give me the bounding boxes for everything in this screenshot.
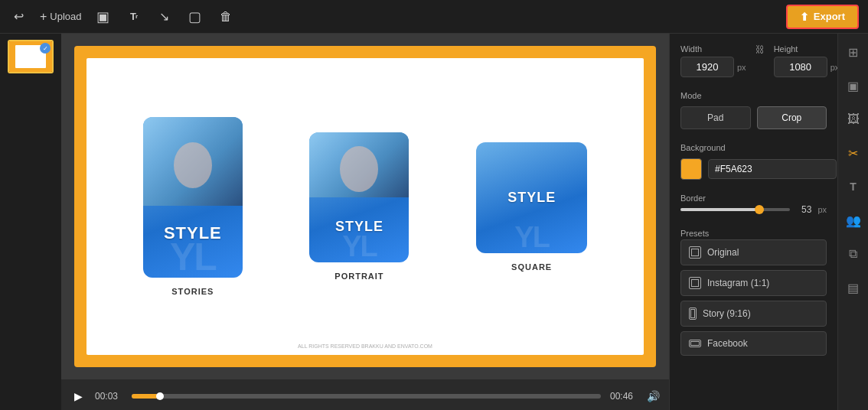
portrait-label: PORTRAIT [334,272,383,281]
mode-label: Mode [680,91,702,100]
upload-label: Upload [50,11,81,22]
preset-original-button[interactable]: Original [680,239,827,265]
square-bg-text: YL [476,223,587,252]
preset-instagram-button[interactable]: Instagram (1:1) [680,270,827,296]
undo-icon[interactable]: ↩ [9,8,28,26]
preset-story-button[interactable]: Story (9:16) [680,301,827,327]
preset-facebook-icon [689,340,701,347]
progress-thumb[interactable] [156,392,164,400]
border-slider-track[interactable] [680,208,790,211]
toolbar: ↩ + Upload ▣ Tr ↘ ▢ 🗑 ⬆ Export [0,0,868,34]
thumbnail-item[interactable]: ✓ [8,40,54,73]
layers-icon[interactable]: ▤ [843,277,864,298]
face-oval-portrait [340,146,378,192]
export-icon: ⬆ [800,11,809,23]
portrait-card-wrap: STYLE YL PORTRAIT [309,132,409,281]
arrow-icon[interactable]: ↘ [155,8,174,26]
preset-facebook-label: Facebook [707,338,748,349]
bg-label: Background [680,143,726,152]
square-card[interactable]: STYLE YL [476,142,587,253]
text-icon[interactable]: Tr [125,8,143,26]
border-unit: px [817,205,827,214]
preset-instagram-icon-inner [691,279,699,287]
border-slider-row: 53 px [680,204,827,215]
stories-label: STORIES [171,287,214,296]
portrait-card[interactable]: STYLE YL [309,132,409,262]
face-overlay-portrait [309,132,409,197]
preset-original-icon [689,246,701,259]
main-content: ✓ STYLE [0,34,868,410]
current-time: 00:03 [95,391,122,402]
export-label: Export [814,11,845,22]
text-t-icon[interactable]: T [843,176,864,197]
bg-hex-input[interactable] [708,159,837,179]
square-card-wrap: STYLE YL SQUARE [476,142,587,272]
grid-icon[interactable]: ⊞ [843,41,864,63]
width-unit: px [737,63,746,72]
plus-icon: + [40,10,47,24]
height-label: Height [774,44,837,54]
image-icon[interactable]: 🖼 [843,109,864,130]
stories-card-wrap: STYLE YL STORIES [143,117,243,296]
save-icon[interactable]: ▣ [94,8,113,26]
volume-icon[interactable]: 🔊 [647,390,660,402]
slider-filled [680,208,759,211]
slider-thumb[interactable] [755,205,764,214]
playback-bar: ▶ 00:03 00:46 🔊 [61,379,669,410]
preset-instagram-icon [689,277,701,289]
canvas-inner: STYLE YL STORIES [86,58,644,355]
stories-card[interactable]: STYLE YL [143,117,243,278]
bg-color-swatch[interactable] [680,158,702,180]
preset-story-icon [689,308,697,320]
presets-section: Presets Original Instagram (1:1) [680,226,827,356]
preset-story-icon-inner [690,309,695,318]
portrait-bg-text: YL [309,232,409,261]
square-label: SQUARE [511,262,552,272]
end-time: 00:46 [610,391,638,402]
mode-pad-button[interactable]: Pad [680,106,751,129]
portrait-card-photo [309,132,409,197]
people-icon[interactable]: 👥 [843,210,864,231]
link-icon[interactable]: ⛓ [754,44,766,55]
toolbar-left: ↩ + Upload ▣ Tr ↘ ▢ 🗑 [9,8,774,26]
stories-style-text: STYLE [164,223,222,243]
canvas-wrapper: STYLE YL STORIES [61,34,669,379]
sliders-icon[interactable]: ⧉ [843,243,864,265]
border-value: 53 [796,204,811,215]
copyright-text: ALL RIGHTS RESERVED BRAKKU AND ENVATO.CO… [298,343,432,349]
height-input[interactable] [774,57,827,77]
crop-icon[interactable]: ✂ [843,142,864,164]
border-section: Border 53 px [680,190,827,215]
thumbnail-check: ✓ [40,43,51,54]
canvas-frame: STYLE YL STORIES [74,46,656,367]
square-style-text: STYLE [507,190,556,206]
play-button[interactable]: ▶ [70,389,86,404]
border-label: Border [680,194,706,203]
mode-crop-button[interactable]: Crop [757,106,827,129]
dimensions-row: Width px ⛓ Height px [680,44,827,77]
right-main: Width px ⛓ Height px [670,34,837,410]
preset-facebook-button[interactable]: Facebook [680,331,827,356]
rect-icon[interactable]: ▢ [186,8,204,26]
width-group: Width px [680,44,746,77]
preset-original-icon-inner [691,249,699,256]
export-button[interactable]: ⬆ Export [786,5,859,29]
stories-bg-text: YL [143,238,243,276]
right-icon-rail: ⊞ ▣ 🖼 ✂ T 👥 ⧉ ▤ [837,34,868,410]
canvas-area: STYLE YL STORIES [61,34,669,410]
preset-story-label: Story (9:16) [703,308,751,319]
trash-icon[interactable]: 🗑 [217,8,235,26]
height-unit: px [830,63,837,72]
portrait-style-text: STYLE [335,219,383,235]
upload-button[interactable]: + Upload [40,10,82,24]
frame-icon[interactable]: ▣ [843,75,864,96]
height-input-row: px [774,57,837,77]
progress-track[interactable] [132,394,601,399]
preset-facebook-icon-inner [690,341,700,346]
width-label: Width [680,44,746,54]
face-oval [174,142,212,188]
presets-label: Presets [680,229,709,238]
height-group: Height px [774,44,837,77]
width-input[interactable] [680,57,734,77]
left-sidebar: ✓ [0,34,61,410]
